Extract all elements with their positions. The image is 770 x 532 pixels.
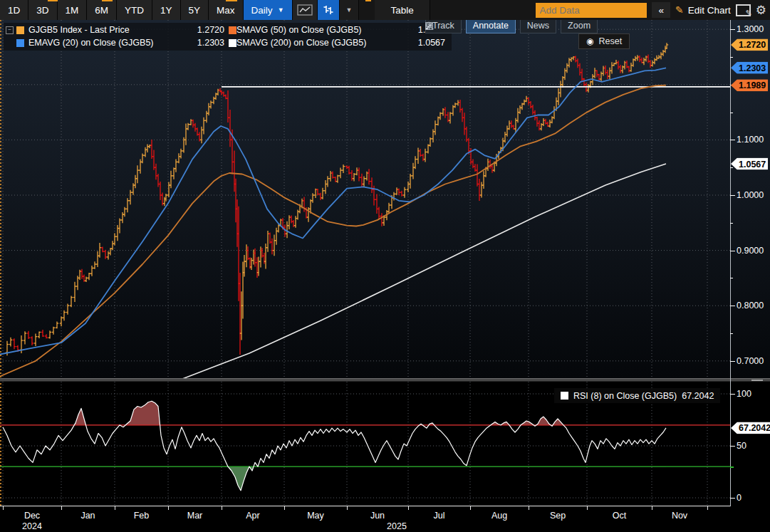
range-button-1d[interactable]: 1D: [0, 0, 28, 20]
series-swatch-smavg50: [229, 26, 236, 34]
date-axis-tick: [587, 506, 588, 510]
toolbar: 1D 3D 1M 6M YTD 1Y 5Y Max Daily ▼: [0, 0, 770, 20]
reset-label: Reset: [598, 36, 622, 46]
price-legend: − GJGB5 Index - Last Price 1.2720 SMAVG …: [4, 23, 452, 51]
chart-controls: Track Annotate News: [425, 18, 598, 33]
reset-icon: ◉: [586, 36, 593, 46]
top-edge-mark: [102, 0, 113, 1]
month-label: Feb: [134, 511, 150, 521]
line-chart-icon: [297, 4, 313, 16]
legend-collapse-icon[interactable]: −: [6, 26, 14, 34]
rsi-lower-level-tick: [730, 466, 734, 468]
rsi-legend-value: 67.2042: [682, 391, 714, 401]
price-axis-label: 1.3000: [737, 24, 764, 34]
ohlc-chart-type-button[interactable]: [318, 0, 340, 20]
chart-stage: − GJGB5 Index - Last Price 1.2720 SMAVG …: [0, 20, 770, 532]
price-axis-badge: 1.2303: [731, 62, 768, 74]
chart-type-caret[interactable]: ▼: [340, 0, 360, 20]
date-axis-tick: [115, 506, 115, 510]
date-axis-tick: [222, 506, 222, 510]
price-axis-minor-tick: [730, 113, 733, 113]
series-label-smavg200[interactable]: SMAVG (200) on Close (GJGB5): [236, 38, 407, 48]
year-label: 2025: [387, 521, 407, 531]
annotate-button[interactable]: Annotate: [466, 18, 516, 33]
date-axis-tick: [408, 506, 409, 510]
rsi-axis-tick: [730, 498, 735, 499]
price-axis-label: 1.1000: [737, 135, 764, 145]
period-dropdown[interactable]: Daily ▼: [244, 0, 293, 20]
range-button-5y[interactable]: 5Y: [181, 0, 209, 20]
price-axis-minor-tick: [730, 333, 733, 334]
series-label-last-price[interactable]: GJGB5 Index - Last Price: [28, 25, 187, 35]
news-button[interactable]: News: [520, 18, 556, 33]
reset-button[interactable]: ◉ Reset: [578, 33, 630, 49]
month-label: Dec: [24, 511, 40, 521]
rsi-axis-label: 0: [737, 493, 742, 503]
series-swatch-emavg20: [16, 39, 24, 47]
top-edge-mark: [48, 0, 58, 1]
bloomberg-chart-window: 1D 3D 1M 6M YTD 1Y 5Y Max Daily ▼: [0, 0, 770, 532]
range-button-6m[interactable]: 6M: [87, 0, 117, 20]
date-axis: DecJanFebMarAprMayJunJulAugSepOctNov2024…: [0, 506, 770, 532]
date-axis-tick: [347, 506, 348, 510]
edit-chart-button[interactable]: ✎ Edit Chart: [675, 4, 731, 16]
date-axis-tick: [470, 506, 471, 510]
price-axis-label: 0.8000: [737, 301, 764, 311]
price-axis-minor-tick: [730, 251, 733, 251]
date-axis-tick: [707, 506, 708, 510]
price-axis-minor-tick: [730, 140, 733, 140]
year-label: 2024: [22, 521, 42, 531]
series-label-emavg20[interactable]: EMAVG (20) on Close (GJGB5): [28, 38, 187, 48]
rsi-axis-tick: [730, 394, 735, 395]
zoom-button[interactable]: Zoom: [561, 18, 598, 33]
add-data-input[interactable]: [536, 3, 647, 18]
date-axis-tick: [652, 506, 652, 510]
period-label: Daily: [251, 5, 273, 16]
series-swatch-smavg200: [229, 39, 236, 47]
range-button-max[interactable]: Max: [209, 0, 244, 20]
rsi-axis-badge: 67.2042: [731, 422, 770, 434]
range-button-3d[interactable]: 3D: [28, 0, 57, 20]
table-button[interactable]: Table: [375, 0, 430, 20]
edit-chart-label: Edit Chart: [688, 5, 731, 16]
news-label: News: [527, 21, 549, 31]
pane-left-edge: [0, 20, 1, 506]
toolbar-right-cluster: « ✎ Edit Chart ⚙: [536, 0, 770, 20]
price-axis-badge: 1.0567: [731, 158, 768, 170]
collapse-panel-button[interactable]: «: [652, 2, 670, 18]
axis-line: [730, 20, 731, 506]
series-swatch-last-price: [16, 26, 24, 34]
chart-settings-icon[interactable]: [736, 4, 751, 16]
month-label: Jun: [370, 511, 385, 521]
rsi-legend[interactable]: RSI (8) on Close (GJGB5) 67.2042: [554, 388, 720, 403]
month-label: Oct: [613, 511, 626, 521]
month-label: Jul: [434, 511, 445, 521]
panel-divider[interactable]: [0, 378, 770, 382]
price-axis-badge: 1.2720: [731, 38, 768, 51]
month-label: Jan: [80, 511, 95, 521]
annotate-label: Annotate: [473, 21, 509, 31]
gear-icon[interactable]: ⚙: [756, 4, 766, 16]
price-axis-minor-tick: [730, 223, 733, 224]
price-axis-label: 0.7000: [737, 356, 764, 366]
series-label-smavg50[interactable]: SMAVG (50) on Close (GJGB5): [236, 25, 407, 35]
range-button-ytd[interactable]: YTD: [117, 0, 152, 20]
month-label: Mar: [187, 511, 203, 521]
range-button-1m[interactable]: 1M: [58, 0, 88, 20]
line-chart-type-button[interactable]: [293, 0, 318, 20]
series-value-smavg200: 1.0567: [407, 38, 445, 48]
month-label: May: [307, 511, 324, 521]
top-edge-mark: [365, 0, 371, 1]
track-label: Track: [432, 21, 454, 31]
series-value-emavg20: 1.2303: [187, 38, 224, 48]
date-axis-tick: [3, 506, 4, 510]
range-button-1y[interactable]: 1Y: [152, 0, 181, 20]
price-axis: 1.30001.10001.00000.90000.80000.70001.27…: [730, 20, 770, 532]
price-chart-plot[interactable]: [0, 20, 770, 378]
series-value-last-price: 1.2720: [187, 25, 224, 35]
top-edge-mark: [226, 0, 237, 1]
zoom-label: Zoom: [568, 21, 590, 31]
price-axis-minor-tick: [730, 167, 733, 168]
date-axis-line: [0, 506, 730, 506]
month-label: Sep: [550, 511, 566, 521]
